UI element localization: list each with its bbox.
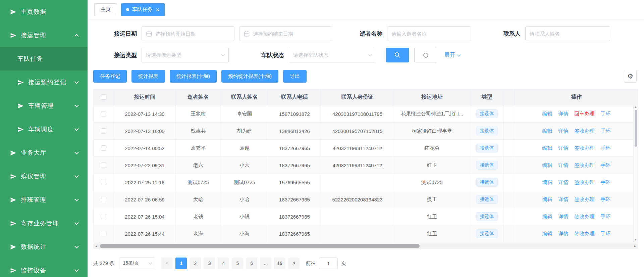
- row-checkbox[interactable]: [101, 111, 106, 117]
- sidebar-item-home-data[interactable]: 主页数据: [0, 0, 88, 24]
- expand-toggle[interactable]: 展开: [444, 52, 460, 59]
- goto-page-input[interactable]: [319, 258, 338, 269]
- sidebar-item-storage-mgmt[interactable]: 寄存业务管理: [0, 212, 88, 235]
- wristband-link[interactable]: 手环: [601, 111, 611, 117]
- detail-link[interactable]: 详情: [558, 111, 569, 117]
- detail-link[interactable]: 详情: [558, 196, 569, 203]
- sign-process-link[interactable]: 签收办理: [575, 145, 595, 151]
- search-button[interactable]: [386, 48, 409, 62]
- refresh-button[interactable]: [414, 48, 437, 62]
- fleet-status-select[interactable]: 请选择车队状态: [289, 48, 376, 62]
- edit-link[interactable]: 编辑: [542, 231, 552, 237]
- wristband-link[interactable]: 手环: [601, 128, 611, 134]
- sign-process-link[interactable]: 签收办理: [575, 179, 595, 186]
- wristband-link[interactable]: 手环: [601, 145, 611, 151]
- date-end-input[interactable]: [239, 27, 332, 41]
- edit-link[interactable]: 编辑: [542, 162, 552, 169]
- sign-process-link[interactable]: 签收办理: [575, 214, 595, 220]
- row-checkbox[interactable]: [101, 197, 106, 202]
- task-register-button[interactable]: 任务登记: [93, 70, 127, 83]
- page-size-select[interactable]: 15条/页: [119, 258, 155, 269]
- edit-link[interactable]: 编辑: [542, 179, 552, 186]
- transport-type-select[interactable]: 请选择接运类型: [142, 48, 229, 62]
- next-page-button[interactable]: >: [288, 258, 300, 269]
- edit-link[interactable]: 编辑: [542, 214, 552, 220]
- header-cell-type: 类型: [470, 89, 504, 105]
- scroll-left-icon[interactable]: ◄: [93, 244, 99, 248]
- cell-deceased-name: 测试0725: [176, 174, 221, 191]
- column-settings-button[interactable]: ⚙: [624, 70, 637, 83]
- sign-process-link[interactable]: 签收办理: [575, 196, 595, 203]
- stats-report-button[interactable]: 统计报表: [131, 70, 165, 83]
- edit-link[interactable]: 编辑: [542, 111, 552, 117]
- pages-ellipsis-button[interactable]: ...: [260, 258, 271, 269]
- detail-link[interactable]: 详情: [558, 214, 569, 220]
- cell-contact-idcard: [321, 208, 394, 225]
- sidebar-item-shift-mgmt[interactable]: 排班管理: [0, 188, 88, 212]
- sidebar-item-fleet-tasks[interactable]: 车队任务: [0, 47, 88, 71]
- contact-name-input[interactable]: [526, 27, 610, 41]
- row-checkbox[interactable]: [101, 145, 106, 151]
- date-start-input[interactable]: [142, 27, 234, 41]
- detail-link[interactable]: 详情: [558, 231, 569, 237]
- scroll-up-icon[interactable]: ▲: [634, 105, 637, 109]
- cell-spacer: [504, 140, 515, 156]
- sidebar-item-data-stats[interactable]: 数据统计: [0, 235, 88, 259]
- table-row: 2022-07-13 14:30王兆梅卓安国158710918724203031…: [94, 105, 638, 122]
- edit-link[interactable]: 编辑: [542, 128, 552, 134]
- row-checkbox[interactable]: [101, 128, 106, 134]
- sidebar-item-vehicle-mgmt[interactable]: 车辆管理: [0, 94, 88, 118]
- page-button-6[interactable]: 6: [246, 258, 257, 269]
- return-process-link[interactable]: 回车办理: [575, 111, 595, 117]
- scroll-down-icon[interactable]: ▼: [634, 238, 637, 242]
- sign-process-link[interactable]: 签收办理: [575, 128, 595, 134]
- stats-report-shiyan-button[interactable]: 统计报表(十堰): [170, 70, 217, 83]
- prev-page-button[interactable]: <: [161, 258, 173, 269]
- row-checkbox[interactable]: [101, 180, 106, 185]
- page-button-5[interactable]: 5: [232, 258, 243, 269]
- select-all-checkbox[interactable]: [101, 94, 106, 100]
- detail-link[interactable]: 详情: [558, 179, 569, 186]
- calendar-icon: [244, 31, 250, 37]
- sidebar-item-vehicle-dispatch[interactable]: 车辆调度: [0, 118, 88, 141]
- sidebar-item-monitor-devices[interactable]: 监控设备: [0, 259, 88, 277]
- sidebar-item-funeral-mgmt[interactable]: 殡仪管理: [0, 165, 88, 188]
- detail-link[interactable]: 详情: [558, 162, 569, 169]
- detail-link[interactable]: 详情: [558, 128, 569, 134]
- sidebar-item-business-hall[interactable]: 业务大厅: [0, 141, 88, 165]
- sidebar-item-transport-mgmt[interactable]: 接运管理: [0, 24, 88, 47]
- page-button-2[interactable]: 2: [190, 258, 201, 269]
- page-button-4[interactable]: 4: [218, 258, 229, 269]
- sign-process-link[interactable]: 签收办理: [575, 162, 595, 169]
- horizontal-scroll-track[interactable]: [99, 243, 632, 249]
- booking-stats-report-shiyan-button[interactable]: 预约统计报表(十堰): [221, 70, 278, 83]
- wristband-link[interactable]: 手环: [601, 231, 611, 237]
- horizontal-scrollbar[interactable]: ◄ ►: [93, 243, 638, 249]
- tab-home[interactable]: 主页: [94, 3, 117, 16]
- page-button-3[interactable]: 3: [204, 258, 215, 269]
- wristband-link[interactable]: 手环: [601, 196, 611, 203]
- deceased-name-input[interactable]: [387, 27, 471, 41]
- cell-contact-idcard: 420300195707152815: [321, 123, 394, 139]
- row-checkbox[interactable]: [101, 163, 106, 168]
- wristband-link[interactable]: 手环: [601, 162, 611, 169]
- sidebar-item-transport-booking[interactable]: 接运预约登记: [0, 71, 88, 94]
- tab-fleet-tasks[interactable]: 车队任务 ×: [121, 3, 165, 16]
- detail-link[interactable]: 详情: [558, 145, 569, 151]
- close-icon[interactable]: ×: [156, 7, 160, 13]
- export-button[interactable]: 导出: [283, 70, 307, 83]
- vertical-scrollbar[interactable]: ▲ ▼: [633, 105, 638, 242]
- page-button-19[interactable]: 19: [274, 258, 285, 269]
- scroll-right-icon[interactable]: ►: [632, 244, 638, 248]
- wristband-link[interactable]: 手环: [601, 179, 611, 186]
- horizontal-scroll-thumb[interactable]: [100, 244, 420, 248]
- wristband-link[interactable]: 手环: [601, 214, 611, 220]
- edit-link[interactable]: 编辑: [542, 196, 552, 203]
- edit-link[interactable]: 编辑: [542, 145, 552, 151]
- type-tag: 接遗体: [476, 161, 498, 170]
- sign-process-link[interactable]: 签收办理: [575, 231, 595, 237]
- row-checkbox[interactable]: [101, 231, 106, 236]
- page-button-1[interactable]: 1: [175, 258, 187, 269]
- row-checkbox[interactable]: [101, 214, 106, 219]
- vertical-scroll-thumb[interactable]: [635, 110, 637, 147]
